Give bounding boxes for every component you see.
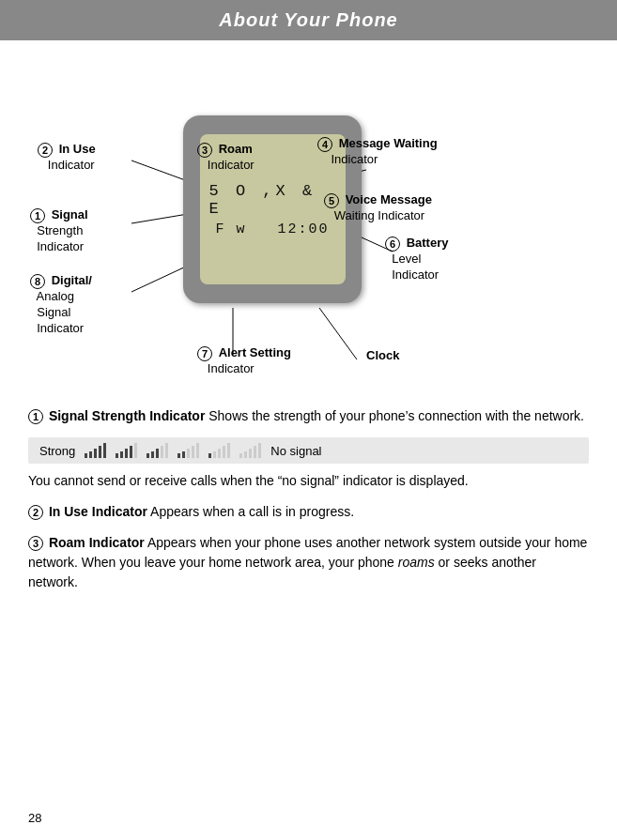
- bar3: [156, 449, 159, 458]
- screen-line1: 5 O ,X & E: [209, 182, 336, 218]
- circle-7: 7: [197, 346, 212, 361]
- section2-text: Appears when a call is in progress.: [150, 504, 354, 519]
- circle-5: 5: [324, 193, 339, 208]
- section3-title: Roam Indicator: [49, 535, 145, 550]
- svg-line-0: [131, 160, 188, 181]
- roam-italic: roams: [398, 555, 435, 570]
- no-signal-paragraph: You cannot send or receive calls when th…: [28, 471, 589, 491]
- section-signal-strength: 1 Signal Strength Indicator Shows the st…: [28, 406, 589, 426]
- bar1: [85, 453, 87, 458]
- section2-title: In Use Indicator: [49, 504, 147, 519]
- svg-line-3: [131, 214, 188, 223]
- bar2-empty: [244, 451, 247, 458]
- bar4-empty: [192, 446, 194, 458]
- no-signal-label: No signal: [270, 444, 321, 458]
- label-alert-setting: 7 Alert Setting Indicator: [197, 345, 291, 377]
- section1-title: Signal Strength Indicator: [49, 408, 205, 423]
- bar1: [116, 453, 118, 458]
- bar4: [99, 446, 101, 458]
- bar2: [89, 451, 92, 458]
- bar4-empty: [223, 446, 225, 458]
- bar2-empty: [213, 451, 216, 458]
- bar1: [177, 453, 180, 458]
- signal-strength-row: Strong: [28, 437, 589, 464]
- section1-text: Shows the strength of your phone’s conne…: [208, 408, 584, 423]
- screen-line2: F w 12:00: [215, 221, 329, 237]
- strong-label: Strong: [39, 444, 75, 458]
- svg-line-8: [319, 308, 357, 359]
- label-roam: 3 Roam Indicator: [197, 142, 255, 174]
- bar5-empty: [165, 443, 168, 458]
- body-section: 1 Signal Strength Indicator Shows the st…: [0, 406, 617, 592]
- label-signal-strength: 1 Signal Strength Indicator: [30, 207, 88, 255]
- diagram-section: 5 O ,X & E F w 12:00 2 In Use Indicator …: [0, 59, 617, 397]
- svg-line-5: [131, 266, 188, 292]
- section-in-use: 2 In Use Indicator Appears when a call i…: [28, 502, 589, 522]
- body-circle-1: 1: [28, 409, 43, 424]
- body-circle-3: 3: [28, 536, 43, 551]
- signal-bars-3: [147, 443, 168, 458]
- label-digital-analog: 8 Digital/ Analog Signal Indicator: [30, 273, 92, 337]
- bar1: [208, 453, 211, 458]
- bar3-empty: [187, 449, 190, 458]
- bar3: [125, 449, 128, 458]
- page-number: 28: [28, 811, 41, 825]
- bar2: [120, 451, 123, 458]
- bar5: [103, 443, 106, 458]
- signal-bars-0: [239, 443, 261, 458]
- circle-8: 8: [30, 274, 45, 289]
- circle-3: 3: [197, 143, 212, 158]
- label-message-waiting: 4 Message Waiting Indicator: [317, 136, 438, 168]
- no-signal-text: You cannot send or receive calls when th…: [28, 473, 469, 488]
- bar2: [182, 451, 185, 458]
- bar2: [151, 451, 154, 458]
- page-header: About Your Phone: [0, 0, 617, 40]
- bar5-empty: [196, 443, 199, 458]
- bar3-empty: [218, 449, 221, 458]
- circle-2: 2: [38, 143, 53, 158]
- bar5-empty: [227, 443, 230, 458]
- bar4: [130, 446, 132, 458]
- section-roam: 3 Roam Indicator Appears when your phone…: [28, 533, 589, 592]
- circle-6: 6: [385, 237, 400, 252]
- signal-bars-4: [116, 443, 137, 458]
- bar5-empty: [258, 443, 261, 458]
- bar5-empty: [134, 443, 137, 458]
- bar1-empty: [239, 453, 242, 458]
- signal-bars-2: [177, 443, 199, 458]
- bar4-empty: [161, 446, 163, 458]
- signal-bars-strong: [85, 443, 106, 458]
- label-in-use: 2 In Use Indicator: [38, 142, 96, 174]
- label-voice-message: 5 Voice Message Waiting Indicator: [324, 192, 432, 224]
- page-title: About Your Phone: [0, 9, 617, 31]
- label-battery: 6 Battery Level Indicator: [385, 236, 448, 283]
- signal-bars-1: [208, 443, 230, 458]
- circle-1: 1: [30, 208, 45, 223]
- label-clock: Clock: [366, 348, 399, 364]
- circle-4: 4: [317, 137, 332, 152]
- bar3-empty: [249, 449, 252, 458]
- bar3: [94, 449, 97, 458]
- bar4-empty: [254, 446, 256, 458]
- body-circle-2: 2: [28, 505, 43, 520]
- bar1: [147, 453, 149, 458]
